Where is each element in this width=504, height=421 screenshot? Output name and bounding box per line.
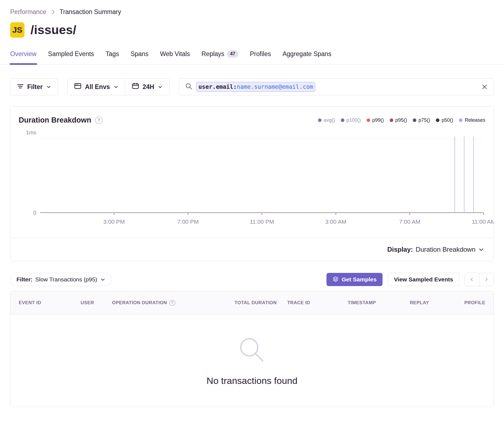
legend-label: p75() [419,117,430,123]
chart-title: Duration Breakdown [19,116,91,124]
x-axis-label: 7:00 PM [177,218,199,225]
column-header-label: USER [81,300,94,306]
x-axis-tick [188,213,188,215]
window-icon [74,83,81,91]
tab-label: Sampled Events [48,50,94,58]
legend-label: p99() [372,117,384,123]
x-axis-label: 11:00 PM [250,218,274,225]
legend-item-releases[interactable]: Releases [459,117,485,123]
x-axis-tick [483,213,484,215]
tab-profiles[interactable]: Profiles [250,50,271,64]
legend-item-p50[interactable]: p50() [436,117,453,123]
search-icon [185,83,192,91]
x-axis-tick [409,213,410,215]
chevron-down-icon [113,84,118,89]
tab-label: Replays [201,50,224,58]
legend-dot [367,118,370,122]
transactions-filter-dropdown[interactable]: Filter: Slow Transactions (p95) [10,273,112,286]
chart-plot-area: 1ms 0 [19,132,484,213]
column-help-icon[interactable]: ? [169,300,175,306]
legend-dot [413,118,416,122]
legend-dot [318,118,322,122]
release-marker-line[interactable] [473,137,474,212]
display-selector[interactable]: Display: Duration Breakdown [10,238,494,261]
legend-item-p100[interactable]: p100() [341,117,361,123]
legend-label: p95() [395,117,407,123]
tab-aggregate-spans[interactable]: Aggregate Spans [283,50,331,64]
get-samples-button[interactable]: Get Samples [326,273,383,286]
breadcrumb-transaction-summary: Transaction Summary [60,8,121,16]
legend-item-p95[interactable]: p95() [390,117,407,123]
legend-label: Releases [465,117,485,123]
chevron-down-icon [478,246,484,253]
transactions-filter-value: Slow Transactions (p95) [35,276,97,283]
tab-spans[interactable]: Spans [131,50,148,64]
chart-help-icon[interactable]: ? [95,117,103,124]
column-header-user: USER [63,300,112,306]
tab-sampled-events[interactable]: Sampled Events [48,50,94,64]
column-header-label: TRACE ID [287,300,310,306]
clear-search-icon[interactable] [481,84,488,90]
display-value: Duration Breakdown [416,246,475,253]
platform-js-badge: JS [10,22,24,38]
filter-icon [17,83,24,91]
tab-label: Overview [10,50,37,58]
next-page-button[interactable] [479,273,494,286]
legend-dot [341,118,344,122]
breadcrumb-performance[interactable]: Performance [10,8,46,16]
chevron-down-icon [46,84,51,89]
x-axis-label: 3:00 PM [103,218,125,225]
tab-label: Spans [131,50,148,58]
legend-item-p99[interactable]: p99() [367,117,384,123]
column-header-profile: PROFILE [436,300,485,306]
x-axis-label: 3:00 AM [325,218,346,225]
column-header-total-duration: TOTAL DURATION [203,300,277,306]
transactions-filter-label: Filter: [16,276,32,283]
legend-item-avg[interactable]: avg() [318,117,335,123]
tab-label: Tags [106,50,119,58]
legend-dot [436,118,439,122]
y-axis-max-label: 1ms [26,129,36,136]
display-label: Display: [387,246,413,253]
x-axis-labels: 3:00 PM7:00 PM11:00 PM3:00 AM7:00 AM11:0… [40,215,484,229]
column-header-label: EVENT ID [19,300,41,306]
column-header-replay: REPLAY [403,300,436,306]
magnifier-empty-icon [237,335,267,366]
tab-replays[interactable]: Replays47 [201,50,238,64]
x-axis-label: 11:00 AM [472,218,494,225]
table-header-row: EVENT IDUSEROPERATION DURATION?TOTAL DUR… [10,291,494,314]
search-input[interactable]: user.email:name.surname@email.com [179,78,494,95]
transactions-table: EVENT IDUSEROPERATION DURATION?TOTAL DUR… [10,291,494,407]
chevron-down-icon [100,277,106,282]
environment-selector-label: All Envs [85,83,110,91]
column-header-label: TIMESTAMP [348,300,376,306]
time-range-selector[interactable]: 24H [125,79,169,95]
filter-button[interactable]: Filter [10,78,58,95]
chevron-down-icon [158,84,163,89]
legend-item-p75[interactable]: p75() [413,117,430,123]
previous-page-button[interactable] [465,273,479,286]
search-token-key: user.email: [198,84,237,90]
x-axis-tick [114,213,114,215]
env-time-button-group: All Envs 24H [67,78,170,95]
tab-web-vitals[interactable]: Web Vitals [160,50,190,64]
tab-tags[interactable]: Tags [106,50,119,64]
tab-overview[interactable]: Overview [10,50,37,64]
tab-count-badge: 47 [227,50,238,57]
search-token[interactable]: user.email:name.surname@email.com [196,82,315,92]
samples-bar: Filter: Slow Transactions (p95) Get Samp… [0,273,504,286]
environment-selector[interactable]: All Envs [68,79,125,95]
legend-label: p100() [347,117,361,123]
layers-icon [333,276,339,283]
breadcrumb: Performance Transaction Summary [0,8,504,16]
view-sampled-events-button[interactable]: View Sampled Events [387,273,459,286]
chart-legend: avg()p100()p99()p95()p75()p50()Releases [318,117,485,123]
table-empty-state: No transactions found [10,314,494,407]
view-sampled-events-label: View Sampled Events [394,276,453,283]
filter-button-label: Filter [27,83,43,91]
filter-toolbar: Filter All Envs 24H [0,78,504,95]
release-marker-line[interactable] [455,137,455,212]
release-marker-line[interactable] [464,137,464,212]
x-axis-label: 7:00 AM [399,218,420,225]
column-header-trace-id: TRACE ID [277,300,321,306]
